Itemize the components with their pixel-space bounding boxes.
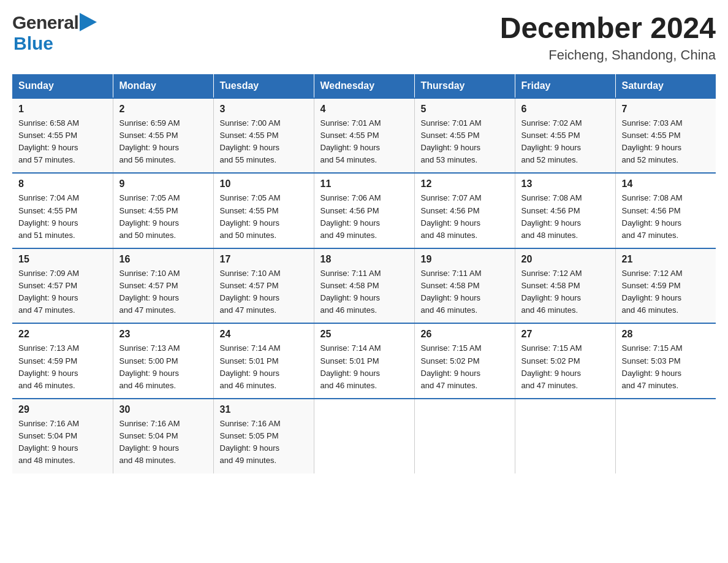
day-info: Sunrise: 7:13 AMSunset: 4:59 PMDaylight:… (18, 343, 79, 389)
day-cell: 24 Sunrise: 7:14 AMSunset: 5:01 PMDaylig… (213, 323, 314, 399)
day-info: Sunrise: 7:12 AMSunset: 4:59 PMDaylight:… (622, 269, 683, 315)
day-cell (314, 399, 414, 473)
day-cell: 9 Sunrise: 7:05 AMSunset: 4:55 PMDayligh… (113, 173, 213, 248)
day-cell: 1 Sunrise: 6:58 AMSunset: 4:55 PMDayligh… (12, 98, 113, 174)
day-info: Sunrise: 7:15 AMSunset: 5:03 PMDaylight:… (622, 343, 683, 389)
day-cell: 15 Sunrise: 7:09 AMSunset: 4:57 PMDaylig… (12, 248, 113, 324)
day-cell: 12 Sunrise: 7:07 AMSunset: 4:56 PMDaylig… (414, 173, 515, 248)
day-info: Sunrise: 7:10 AMSunset: 4:57 PMDaylight:… (220, 269, 281, 315)
day-info: Sunrise: 7:01 AMSunset: 4:55 PMDaylight:… (421, 118, 482, 164)
day-cell: 27 Sunrise: 7:15 AMSunset: 5:02 PMDaylig… (515, 323, 615, 399)
day-cell: 28 Sunrise: 7:15 AMSunset: 5:03 PMDaylig… (615, 323, 716, 399)
day-info: Sunrise: 7:11 AMSunset: 4:58 PMDaylight:… (421, 269, 482, 315)
week-row-5: 29 Sunrise: 7:16 AMSunset: 5:04 PMDaylig… (12, 399, 716, 473)
day-cell: 30 Sunrise: 7:16 AMSunset: 5:04 PMDaylig… (113, 399, 213, 473)
day-cell (615, 399, 716, 473)
day-cell: 19 Sunrise: 7:11 AMSunset: 4:58 PMDaylig… (414, 248, 515, 324)
day-number: 23 (119, 329, 207, 340)
day-cell: 14 Sunrise: 7:08 AMSunset: 4:56 PMDaylig… (615, 173, 716, 248)
day-cell: 22 Sunrise: 7:13 AMSunset: 4:59 PMDaylig… (12, 323, 113, 399)
day-number: 25 (320, 329, 408, 340)
day-number: 4 (320, 104, 408, 115)
day-number: 17 (220, 254, 308, 265)
day-number: 7 (622, 104, 710, 115)
day-cell: 20 Sunrise: 7:12 AMSunset: 4:58 PMDaylig… (515, 248, 615, 324)
day-info: Sunrise: 7:15 AMSunset: 5:02 PMDaylight:… (521, 343, 582, 389)
day-cell: 23 Sunrise: 7:13 AMSunset: 5:00 PMDaylig… (113, 323, 213, 399)
month-title: December 2024 (500, 12, 716, 45)
day-cell: 11 Sunrise: 7:06 AMSunset: 4:56 PMDaylig… (314, 173, 414, 248)
day-info: Sunrise: 7:11 AMSunset: 4:58 PMDaylight:… (320, 269, 381, 315)
day-number: 29 (18, 404, 107, 415)
day-number: 26 (421, 329, 509, 340)
day-number: 11 (320, 178, 408, 190)
day-number: 2 (119, 104, 207, 115)
day-info: Sunrise: 7:02 AMSunset: 4:55 PMDaylight:… (521, 118, 582, 164)
day-number: 18 (320, 254, 408, 265)
location-title: Feicheng, Shandong, China (500, 47, 716, 63)
svg-marker-0 (80, 13, 97, 31)
header-cell-thursday: Thursday (414, 74, 515, 98)
day-cell: 17 Sunrise: 7:10 AMSunset: 4:57 PMDaylig… (213, 248, 314, 324)
day-cell: 5 Sunrise: 7:01 AMSunset: 4:55 PMDayligh… (414, 98, 515, 174)
day-cell: 31 Sunrise: 7:16 AMSunset: 5:05 PMDaylig… (213, 399, 314, 473)
header-cell-saturday: Saturday (615, 74, 716, 98)
header-cell-sunday: Sunday (12, 74, 113, 98)
day-number: 27 (521, 329, 609, 340)
day-number: 8 (18, 178, 107, 190)
header-cell-monday: Monday (113, 74, 213, 98)
day-info: Sunrise: 7:13 AMSunset: 5:00 PMDaylight:… (119, 343, 180, 389)
day-number: 13 (521, 178, 609, 190)
day-number: 5 (421, 104, 509, 115)
day-info: Sunrise: 7:14 AMSunset: 5:01 PMDaylight:… (320, 343, 381, 389)
day-info: Sunrise: 7:07 AMSunset: 4:56 PMDaylight:… (421, 193, 482, 239)
day-cell: 3 Sunrise: 7:00 AMSunset: 4:55 PMDayligh… (213, 98, 314, 174)
day-cell: 4 Sunrise: 7:01 AMSunset: 4:55 PMDayligh… (314, 98, 414, 174)
day-info: Sunrise: 7:04 AMSunset: 4:55 PMDaylight:… (18, 193, 79, 239)
logo: General Blue (12, 12, 97, 54)
day-number: 16 (119, 254, 207, 265)
day-number: 21 (622, 254, 710, 265)
day-cell: 16 Sunrise: 7:10 AMSunset: 4:57 PMDaylig… (113, 248, 213, 324)
page-header: General Blue December 2024 Feicheng, Sha… (12, 12, 716, 63)
day-number: 31 (220, 404, 308, 415)
day-info: Sunrise: 7:14 AMSunset: 5:01 PMDaylight:… (220, 343, 281, 389)
day-cell: 7 Sunrise: 7:03 AMSunset: 4:55 PMDayligh… (615, 98, 716, 174)
week-row-3: 15 Sunrise: 7:09 AMSunset: 4:57 PMDaylig… (12, 248, 716, 324)
calendar-header: SundayMondayTuesdayWednesdayThursdayFrid… (12, 74, 716, 98)
logo-general-text: General (12, 12, 78, 33)
day-cell (515, 399, 615, 473)
title-block: December 2024 Feicheng, Shandong, China (500, 12, 716, 63)
day-number: 12 (421, 178, 509, 190)
day-number: 24 (220, 329, 308, 340)
day-info: Sunrise: 7:15 AMSunset: 5:02 PMDaylight:… (421, 343, 482, 389)
day-number: 3 (220, 104, 308, 115)
day-info: Sunrise: 7:01 AMSunset: 4:55 PMDaylight:… (320, 118, 381, 164)
day-info: Sunrise: 7:10 AMSunset: 4:57 PMDaylight:… (119, 269, 180, 315)
day-info: Sunrise: 7:03 AMSunset: 4:55 PMDaylight:… (622, 118, 683, 164)
day-info: Sunrise: 7:08 AMSunset: 4:56 PMDaylight:… (622, 193, 683, 239)
day-cell: 13 Sunrise: 7:08 AMSunset: 4:56 PMDaylig… (515, 173, 615, 248)
header-cell-friday: Friday (515, 74, 615, 98)
day-info: Sunrise: 7:08 AMSunset: 4:56 PMDaylight:… (521, 193, 582, 239)
day-info: Sunrise: 7:05 AMSunset: 4:55 PMDaylight:… (220, 193, 281, 239)
day-cell: 10 Sunrise: 7:05 AMSunset: 4:55 PMDaylig… (213, 173, 314, 248)
day-info: Sunrise: 7:06 AMSunset: 4:56 PMDaylight:… (320, 193, 381, 239)
day-cell: 18 Sunrise: 7:11 AMSunset: 4:58 PMDaylig… (314, 248, 414, 324)
day-number: 6 (521, 104, 609, 115)
day-info: Sunrise: 7:09 AMSunset: 4:57 PMDaylight:… (18, 269, 79, 315)
day-number: 9 (119, 178, 207, 190)
day-number: 14 (622, 178, 710, 190)
day-number: 1 (18, 104, 107, 115)
day-number: 22 (18, 329, 107, 340)
day-info: Sunrise: 7:16 AMSunset: 5:05 PMDaylight:… (220, 419, 281, 465)
day-number: 30 (119, 404, 207, 415)
day-info: Sunrise: 7:00 AMSunset: 4:55 PMDaylight:… (220, 118, 281, 164)
day-info: Sunrise: 7:16 AMSunset: 5:04 PMDaylight:… (119, 419, 180, 465)
day-info: Sunrise: 7:05 AMSunset: 4:55 PMDaylight:… (119, 193, 180, 239)
day-info: Sunrise: 7:16 AMSunset: 5:04 PMDaylight:… (18, 419, 79, 465)
week-row-1: 1 Sunrise: 6:58 AMSunset: 4:55 PMDayligh… (12, 98, 716, 174)
day-number: 28 (622, 329, 710, 340)
week-row-2: 8 Sunrise: 7:04 AMSunset: 4:55 PMDayligh… (12, 173, 716, 248)
logo-arrow-icon (80, 13, 97, 31)
